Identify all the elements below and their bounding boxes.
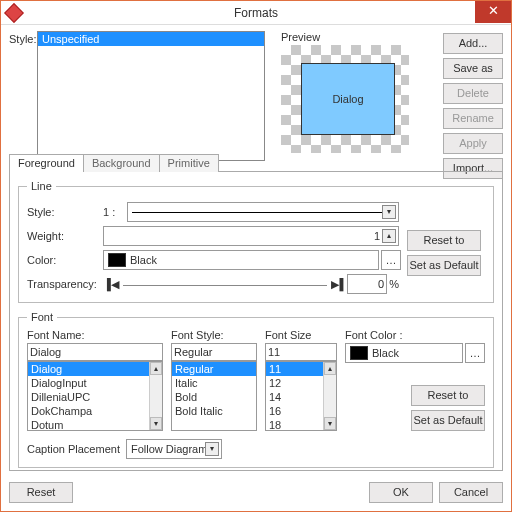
line-weight-label: Weight: — [27, 230, 103, 242]
list-item[interactable]: DialogInput — [28, 376, 162, 390]
transparency-label: Transparency: — [27, 278, 103, 290]
style-list[interactable]: Unspecified — [37, 31, 265, 161]
font-size-input[interactable] — [265, 343, 337, 361]
style-label: Style: — [9, 31, 37, 161]
line-set-default-button[interactable]: Set as Default — [407, 255, 481, 276]
font-color-browse-button[interactable]: … — [465, 343, 485, 363]
line-fieldset: Line Style: 1 : ▾ Weight: 1 ▴ Color: — [18, 180, 494, 303]
tab-background[interactable]: Background — [83, 154, 160, 172]
line-style-combo[interactable]: ▾ — [127, 202, 399, 222]
window-title: Formats — [1, 6, 511, 20]
slider-end-icon[interactable]: ▶▌ — [331, 278, 347, 291]
list-item[interactable]: Italic — [172, 376, 256, 390]
font-legend: Font — [27, 311, 57, 323]
line-color-combo[interactable]: Black — [103, 250, 379, 270]
rename-button[interactable]: Rename — [443, 108, 503, 129]
font-size-label: Font Size — [265, 329, 337, 343]
line-reset-default-button[interactable]: Reset to Default — [407, 230, 481, 251]
line-style-label: Style: — [27, 206, 103, 218]
list-item[interactable]: DokChampa — [28, 404, 162, 418]
chevron-down-icon: ▾ — [205, 442, 219, 456]
titlebar: Formats ✕ — [1, 1, 511, 25]
font-set-default-button[interactable]: Set as Default — [411, 410, 485, 431]
list-item[interactable]: Dotum — [28, 418, 162, 431]
add-button[interactable]: Add... — [443, 33, 503, 54]
slider-start-icon[interactable]: ▐◀ — [103, 278, 119, 291]
ok-button[interactable]: OK — [369, 482, 433, 503]
font-color-combo[interactable]: Black — [345, 343, 463, 363]
stepper-icon[interactable]: ▴ — [382, 229, 396, 243]
transparency-slider[interactable] — [123, 275, 328, 293]
list-item[interactable]: Bold Italic — [172, 404, 256, 418]
color-swatch-black — [108, 253, 126, 267]
tab-primitive[interactable]: Primitive — [159, 154, 219, 172]
save-as-button[interactable]: Save as — [443, 58, 503, 79]
font-fieldset: Font Font Name: Dialog DialogInput Dille… — [18, 311, 494, 468]
font-name-label: Font Name: — [27, 329, 163, 343]
font-style-list[interactable]: Regular Italic Bold Bold Italic — [171, 361, 257, 431]
line-legend: Line — [27, 180, 56, 192]
close-button[interactable]: ✕ — [475, 1, 511, 23]
font-name-input[interactable] — [27, 343, 163, 361]
font-size-list[interactable]: 11 12 14 16 18 ▴▾ — [265, 361, 337, 431]
font-name-list[interactable]: Dialog DialogInput DilleniaUPC DokChampa… — [27, 361, 163, 431]
caption-placement-combo[interactable]: Follow Diagram ▾ — [126, 439, 222, 459]
caption-placement-label: Caption Placement — [27, 443, 120, 455]
preview-label: Preview — [281, 31, 409, 45]
font-style-input[interactable] — [171, 343, 257, 361]
chevron-down-icon: ▾ — [382, 205, 396, 219]
transparency-spinner[interactable] — [347, 274, 387, 294]
cancel-button[interactable]: Cancel — [439, 482, 503, 503]
preview-box: Dialog — [281, 45, 409, 153]
preview-shape: Dialog — [301, 63, 395, 135]
line-weight-input[interactable]: 1 ▴ — [103, 226, 399, 246]
font-color-label: Font Color : — [345, 329, 485, 343]
apply-button[interactable]: Apply — [443, 133, 503, 154]
side-buttons: Add... Save as Delete Rename Apply Impor… — [443, 33, 503, 179]
color-swatch-black — [350, 346, 368, 360]
font-reset-default-button[interactable]: Reset to Default — [411, 385, 485, 406]
reset-button[interactable]: Reset — [9, 482, 73, 503]
list-item[interactable]: Bold — [172, 390, 256, 404]
list-item[interactable]: Regular — [172, 362, 256, 376]
delete-button[interactable]: Delete — [443, 83, 503, 104]
font-style-label: Font Style: — [171, 329, 257, 343]
list-item[interactable]: DilleniaUPC — [28, 390, 162, 404]
line-color-label: Color: — [27, 254, 103, 266]
tab-foreground[interactable]: Foreground — [9, 154, 84, 172]
line-style-value: 1 : — [103, 206, 127, 218]
list-item[interactable]: Dialog — [28, 362, 162, 376]
style-item-unspecified[interactable]: Unspecified — [38, 32, 264, 46]
color-browse-button[interactable]: … — [381, 250, 401, 270]
